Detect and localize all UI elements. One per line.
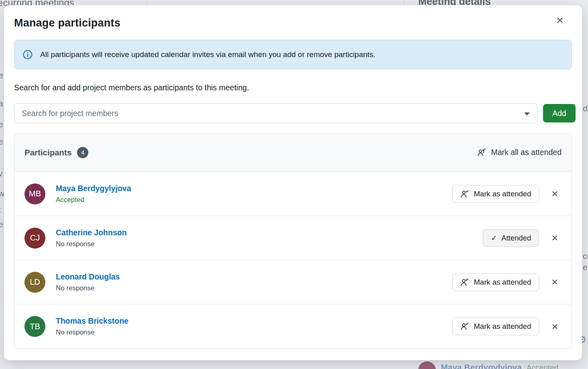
people-check-icon bbox=[477, 148, 486, 157]
participant-info: Maya Berdygylyjova Accepted bbox=[56, 184, 131, 204]
row-actions: ✓ Attended ✕ bbox=[483, 229, 562, 247]
remove-participant-icon[interactable]: ✕ bbox=[548, 276, 562, 288]
avatar: MB bbox=[24, 183, 45, 204]
mark-all-label: Mark all as attended bbox=[491, 148, 562, 157]
avatar: LD bbox=[24, 272, 45, 293]
avatar bbox=[418, 361, 436, 369]
remove-participant-icon[interactable]: ✕ bbox=[548, 321, 562, 332]
search-input[interactable]: Search for project members bbox=[14, 103, 537, 123]
background-text-fragment: ce bbox=[583, 251, 588, 261]
background-text-fragment: ete bbox=[583, 263, 588, 272]
row-actions: Mark as attended ✕ bbox=[452, 185, 562, 203]
action-label: Mark as attended bbox=[474, 190, 531, 198]
search-placeholder: Search for project members bbox=[22, 109, 118, 118]
participants-count-badge: 4 bbox=[77, 147, 88, 158]
background-text-fragment: e bbox=[0, 120, 3, 129]
remove-participant-icon[interactable]: ✕ bbox=[548, 232, 562, 244]
check-icon: ✓ bbox=[491, 234, 497, 243]
dialog-header: Manage participants ✕ bbox=[14, 5, 572, 29]
participant-status: Accepted bbox=[56, 196, 131, 204]
info-banner-text: All participants will receive updated ca… bbox=[40, 50, 375, 59]
background-text-fragment: l bbox=[0, 34, 0, 43]
manage-participants-dialog: Manage participants ✕ All participants w… bbox=[4, 5, 582, 360]
participant-info: Leonard Douglas No response bbox=[56, 272, 120, 292]
avatar: CJ bbox=[24, 228, 45, 249]
background-text-fragment: d bbox=[583, 104, 588, 113]
person-check-icon bbox=[460, 190, 469, 198]
participants-title: Participants bbox=[24, 148, 71, 157]
info-banner: All participants will receive updated ca… bbox=[14, 40, 572, 69]
remove-participant-icon[interactable]: ✕ bbox=[548, 188, 562, 200]
participant-row: LD Leonard Douglas No response Mark as a… bbox=[14, 260, 572, 304]
mark-as-attended-button[interactable]: Mark as attended bbox=[452, 318, 539, 335]
add-button[interactable]: Add bbox=[543, 104, 576, 122]
participant-status: No response bbox=[56, 328, 128, 336]
dialog-description: Search for and add project members as pa… bbox=[14, 83, 572, 92]
row-actions: Mark as attended ✕ bbox=[452, 318, 562, 335]
action-label: Mark as attended bbox=[474, 322, 531, 331]
background-participant-row: Maya Berdygylyjova Accepted bbox=[418, 360, 558, 369]
background-text-fragment: e bbox=[0, 71, 3, 80]
background-text-fragment: e bbox=[0, 137, 3, 147]
background-participant-status: Accepted bbox=[527, 360, 558, 369]
person-check-icon bbox=[460, 322, 469, 331]
background-divider bbox=[404, 0, 405, 6]
background-divider bbox=[146, 0, 147, 6]
background-text-fragment: t bbox=[0, 205, 1, 214]
participant-info: Thomas Brickstone No response bbox=[56, 316, 128, 336]
participant-status: No response bbox=[56, 240, 127, 248]
background-text-fragment: v bbox=[0, 169, 3, 178]
attended-button[interactable]: ✓ Attended bbox=[483, 229, 539, 247]
mark-all-as-attended-button[interactable]: Mark all as attended bbox=[477, 148, 562, 157]
participant-status: No response bbox=[56, 284, 120, 292]
participants-title-group: Participants 4 bbox=[24, 147, 88, 158]
dialog-title: Manage participants bbox=[14, 17, 572, 29]
action-label: Attended bbox=[501, 234, 531, 243]
participant-name-link[interactable]: Maya Berdygylyjova bbox=[56, 184, 131, 193]
participant-row: MB Maya Berdygylyjova Accepted Mark as a… bbox=[14, 172, 572, 216]
person-check-icon bbox=[460, 278, 469, 287]
action-label: Mark as attended bbox=[474, 278, 531, 287]
participants-header: Participants 4 Mark all as attended bbox=[14, 133, 572, 172]
row-actions: Mark as attended ✕ bbox=[452, 273, 562, 291]
participant-info: Catherine Johnson No response bbox=[56, 228, 127, 248]
background-text-fragment: e bbox=[0, 220, 3, 229]
participants-panel: Participants 4 Mark all as attended MB bbox=[14, 133, 572, 349]
mark-as-attended-button[interactable]: Mark as attended bbox=[452, 185, 539, 203]
search-row: Search for project members Add bbox=[14, 103, 572, 123]
participant-name-link[interactable]: Catherine Johnson bbox=[56, 228, 127, 237]
mark-as-attended-button[interactable]: Mark as attended bbox=[452, 273, 539, 291]
info-icon bbox=[22, 49, 33, 60]
close-icon[interactable]: ✕ bbox=[553, 13, 566, 28]
participant-name-link[interactable]: Leonard Douglas bbox=[56, 272, 120, 281]
participant-row: CJ Catherine Johnson No response ✓ Atten… bbox=[14, 216, 572, 260]
background-participant-name: Maya Berdygylyjova bbox=[441, 360, 522, 369]
participant-row: TB Thomas Brickstone No response Mark as… bbox=[14, 304, 572, 349]
chevron-down-icon bbox=[524, 112, 530, 116]
participant-name-link[interactable]: Thomas Brickstone bbox=[56, 316, 128, 326]
background-text-fragment: a bbox=[0, 99, 3, 108]
avatar: TB bbox=[24, 316, 45, 337]
